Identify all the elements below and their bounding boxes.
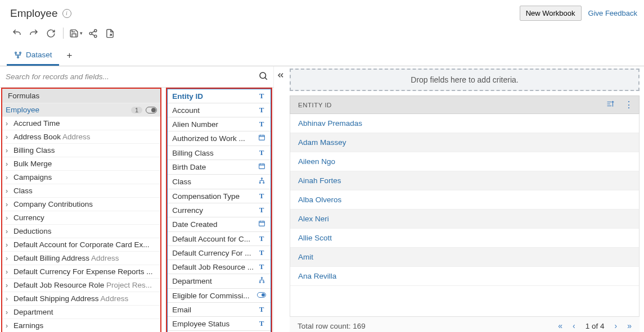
svg-point-4 <box>20 52 21 53</box>
share-icon[interactable] <box>86 26 100 40</box>
grid-row[interactable]: Allie Scott <box>290 229 639 248</box>
field-item[interactable]: Compensation TypeT <box>168 189 271 203</box>
record-item[interactable]: ›Address Book Address <box>2 130 160 143</box>
pager-next-icon[interactable]: › <box>615 321 618 330</box>
field-type-icon: T <box>257 120 266 129</box>
export-icon[interactable] <box>103 26 116 40</box>
record-employee[interactable]: Employee 1 <box>2 103 160 116</box>
tab-dataset[interactable]: Dataset <box>7 46 59 66</box>
field-item[interactable]: Default Account for C...T <box>168 232 271 246</box>
grid-row[interactable]: Alex Neri <box>290 210 639 229</box>
field-type-icon: T <box>257 262 266 271</box>
svg-rect-7 <box>259 135 264 140</box>
field-type-icon: T <box>257 206 266 215</box>
field-item[interactable]: Eligible for Commissi... <box>168 289 271 303</box>
grid-row[interactable]: Ainah Fortes <box>290 171 639 190</box>
column-entity-id[interactable]: ENTITY ID <box>290 97 603 113</box>
record-item[interactable]: ›Earnings <box>2 319 160 332</box>
grid-row[interactable]: Alba Olveros <box>290 190 639 210</box>
separator <box>63 28 64 39</box>
field-type-icon: T <box>257 248 266 257</box>
chevron-right-icon: › <box>6 133 13 141</box>
svg-rect-8 <box>259 164 264 169</box>
search-icon[interactable] <box>256 69 271 85</box>
chevron-right-icon: › <box>6 147 13 154</box>
records-panel: Formulas Employee 1 ›Accrued Time›Addres… <box>1 88 161 332</box>
field-label: Default Currency For ... <box>172 249 257 257</box>
field-item[interactable]: AccountT <box>168 103 271 117</box>
svg-point-3 <box>15 52 17 53</box>
field-label: Department <box>172 277 257 285</box>
field-item[interactable]: Birth Date <box>168 160 271 175</box>
field-item[interactable]: Employee StatusT <box>168 317 271 331</box>
field-label: Birth Date <box>172 163 257 171</box>
record-label: Default Account for Corporate Card Ex... <box>13 240 157 249</box>
record-item[interactable]: ›Company Contributions <box>2 197 160 211</box>
record-item[interactable]: ›Default Job Resource Role Project Res..… <box>2 278 160 292</box>
record-item[interactable]: ›Currency <box>2 211 160 224</box>
record-item[interactable]: ›Default Billing Address Address <box>2 251 160 265</box>
record-label: Company Contributions <box>13 200 157 208</box>
record-item[interactable]: ›Default Currency For Expense Reports ..… <box>2 265 160 278</box>
grid-row[interactable]: Aileen Ngo <box>290 152 639 171</box>
field-item[interactable]: Alien NumberT <box>168 117 271 131</box>
record-item[interactable]: ›Billing Class <box>2 143 160 157</box>
record-item[interactable]: ›Campaigns <box>2 170 160 184</box>
grid-row[interactable]: Ana Revilla <box>290 267 639 286</box>
pager-last-icon[interactable]: » <box>627 321 632 330</box>
record-label: Default Billing Address Address <box>13 254 157 262</box>
column-menu-icon[interactable]: ⋮ <box>619 96 639 113</box>
field-item[interactable]: Billing ClassT <box>168 146 271 160</box>
total-row-count: Total row count: 169 <box>298 322 366 330</box>
criteria-dropzone[interactable]: Drop fields here to add criteria. <box>290 69 640 91</box>
field-label: Date Created <box>172 220 257 229</box>
pager-first-icon[interactable]: « <box>558 321 562 330</box>
record-item[interactable]: ›Deductions <box>2 224 160 238</box>
field-item[interactable]: Entity IDT <box>168 89 271 103</box>
field-type-icon: T <box>257 305 266 314</box>
refresh-icon[interactable] <box>44 26 57 40</box>
field-label: Billing Class <box>172 149 257 157</box>
new-workbook-button[interactable]: New Workbook <box>520 6 582 21</box>
collapse-left-icon[interactable] <box>274 66 287 332</box>
record-label: Accrued Time <box>13 119 157 128</box>
add-tab-button[interactable]: + <box>59 46 80 66</box>
undo-icon[interactable] <box>10 26 24 40</box>
save-icon[interactable]: ▾ <box>69 26 83 40</box>
chevron-right-icon: › <box>6 174 13 181</box>
chevron-right-icon: › <box>6 241 13 249</box>
field-item[interactable]: EmailT <box>168 303 271 317</box>
grid-row[interactable]: Adam Massey <box>290 133 639 152</box>
field-item[interactable]: Default Currency For ...T <box>168 246 271 260</box>
field-type-icon: T <box>257 192 266 201</box>
pager-prev-icon[interactable]: ‹ <box>573 321 575 330</box>
field-type-icon <box>257 220 266 229</box>
dataset-icon <box>13 51 22 60</box>
record-item[interactable]: ›Bulk Merge <box>2 157 160 170</box>
field-item[interactable]: Class <box>168 175 271 189</box>
field-item[interactable]: Authorized to Work ... <box>168 131 271 146</box>
toggle-icon[interactable] <box>146 107 157 113</box>
chevron-right-icon: › <box>6 201 13 208</box>
record-item[interactable]: ›Accrued Time <box>2 116 160 130</box>
field-item[interactable]: Department <box>168 274 271 289</box>
page-title: Employee <box>10 7 58 20</box>
record-item[interactable]: ›Default Shipping Address Address <box>2 292 160 305</box>
chevron-right-icon: › <box>6 281 13 289</box>
record-item[interactable]: ›Default Account for Corporate Card Ex..… <box>2 238 160 251</box>
grid-row[interactable]: Amit <box>290 248 639 267</box>
field-label: Employee Status <box>172 320 257 328</box>
field-item[interactable]: Default Job Resource ...T <box>168 260 271 274</box>
record-item[interactable]: ›Class <box>2 184 160 197</box>
give-feedback-link[interactable]: Give Feedback <box>588 9 637 17</box>
record-item[interactable]: ›Department <box>2 305 160 319</box>
sort-icon[interactable] <box>603 97 619 113</box>
field-type-icon: T <box>257 234 266 243</box>
grid-row[interactable]: Abhinav Premadas <box>290 114 639 133</box>
field-item[interactable]: CurrencyT <box>168 203 271 217</box>
redo-icon[interactable] <box>27 26 40 40</box>
field-item[interactable]: Date Created <box>168 217 271 232</box>
search-input[interactable] <box>3 69 256 84</box>
formulas-header[interactable]: Formulas <box>2 89 160 103</box>
info-icon[interactable]: i <box>62 9 71 18</box>
